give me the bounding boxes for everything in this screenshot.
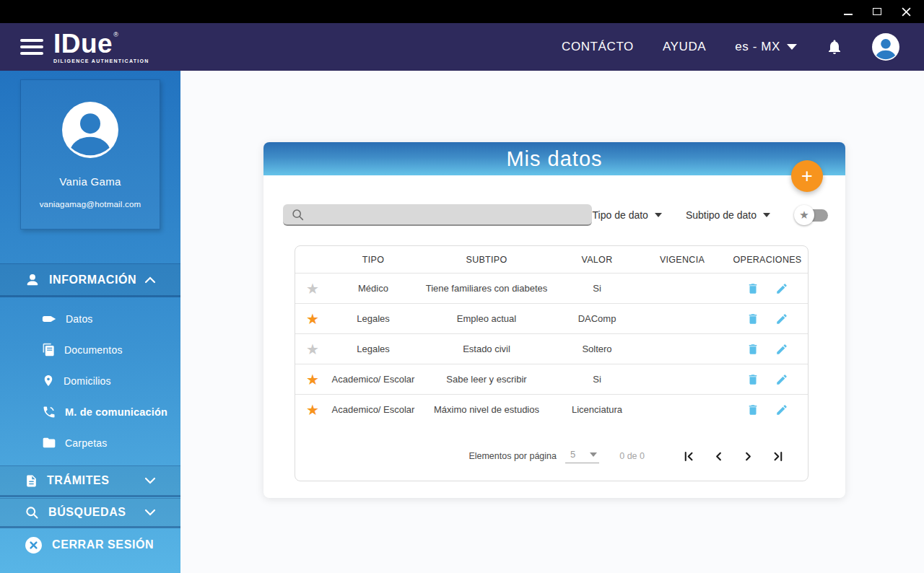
- sidebar-item-carpetas[interactable]: Carpetas: [0, 427, 180, 458]
- map-pin-icon: [42, 373, 55, 388]
- maximize-button[interactable]: [872, 6, 882, 17]
- delete-button[interactable]: [746, 403, 759, 416]
- table-row: ★ Legales Estado civil Soltero: [295, 333, 808, 364]
- profile-name: Vania Gama: [21, 175, 160, 188]
- favorite-star-icon[interactable]: ★: [295, 281, 330, 296]
- search-icon: [25, 505, 40, 520]
- favorite-star-icon[interactable]: ★: [295, 342, 330, 357]
- pencil-icon: [775, 343, 788, 356]
- cell-valor: Licenciatura: [557, 404, 637, 415]
- profile-email: vaniagamag@hotmail.com: [21, 200, 160, 209]
- sidebar-item-documentos[interactable]: Documentos: [0, 334, 180, 365]
- nav-contacto[interactable]: CONTÁCTO: [562, 40, 634, 54]
- menu-button[interactable]: [20, 39, 45, 55]
- sidebar-item-m-de-comunicacion[interactable]: M. de comunicación: [0, 396, 180, 427]
- chevron-left-icon: [712, 450, 725, 463]
- trash-icon: [746, 403, 759, 416]
- sidebar-informacion-items: Datos Documentos Domicilios M. de comuni…: [0, 303, 180, 458]
- cell-subtipo: Tiene familiares con diabetes: [417, 283, 557, 294]
- main-content: Mis datos + Tipo de dato Subtipo de dato: [180, 71, 924, 573]
- last-page-icon: [771, 450, 785, 463]
- chevron-down-icon: [144, 477, 156, 484]
- favorite-star-icon[interactable]: ★: [295, 372, 330, 387]
- next-page-button[interactable]: [741, 450, 755, 463]
- close-button[interactable]: [901, 6, 911, 17]
- pencil-icon: [775, 403, 788, 416]
- trash-icon: [746, 282, 759, 295]
- edit-button[interactable]: [775, 403, 788, 416]
- last-page-button[interactable]: [771, 450, 785, 463]
- mis-datos-card: Mis datos + Tipo de dato Subtipo de dato: [263, 142, 845, 498]
- search-input[interactable]: [283, 204, 592, 226]
- chevron-up-icon: [144, 276, 156, 284]
- sidebar-section-tramites[interactable]: TRÁMITES: [0, 465, 180, 497]
- page-size-select[interactable]: 5: [565, 449, 599, 463]
- logout-button[interactable]: CERRAR SESIÓN: [0, 530, 180, 560]
- trash-icon: [746, 343, 759, 356]
- table-row: ★ Academico/ Escolar Sabe leer y escribi…: [295, 364, 808, 394]
- sidebar-item-label: Carpetas: [65, 437, 107, 449]
- cell-valor: Si: [557, 283, 637, 294]
- edit-button[interactable]: [775, 282, 788, 295]
- table-row: ★ Médico Tiene familiares con diabetes S…: [295, 273, 808, 303]
- sidebar-item-label: Domicilios: [64, 375, 111, 387]
- chevron-down-icon: [590, 452, 597, 457]
- tipo-de-dato-dropdown[interactable]: Tipo de dato: [593, 209, 662, 221]
- table-row: ★ Academico/ Escolar Máximo nivel de est…: [295, 394, 808, 424]
- sidebar-item-datos[interactable]: Datos: [0, 303, 180, 334]
- cell-tipo: Academico/ Escolar: [330, 404, 417, 415]
- delete-button[interactable]: [746, 282, 759, 295]
- sidebar-item-label: M. de comunicación: [65, 406, 167, 418]
- page-title: Mis datos: [506, 147, 602, 171]
- chevron-down-icon: [144, 509, 156, 516]
- app-logo: IDue ® DILIGENCE AUTHENTICATION: [53, 30, 149, 64]
- previous-page-button[interactable]: [712, 450, 725, 463]
- section-label: BÚSQUEDAS: [48, 506, 126, 519]
- column-valor: VALOR: [557, 255, 637, 265]
- profile-card: Vania Gama vaniagamag@hotmail.com: [20, 79, 160, 229]
- close-circle-icon: [25, 536, 43, 554]
- edit-button[interactable]: [775, 343, 788, 356]
- first-page-button[interactable]: [682, 450, 696, 463]
- notifications-bell-icon[interactable]: [826, 38, 843, 56]
- data-table: TIPO SUBTIPO VALOR VIGENCIA OPERACIONES …: [295, 245, 808, 481]
- locale-selector[interactable]: es - MX: [735, 40, 797, 54]
- minimize-icon: [844, 14, 853, 15]
- favorites-filter-toggle[interactable]: ★: [794, 205, 828, 225]
- delete-button[interactable]: [746, 343, 759, 356]
- document-icon: [25, 473, 38, 489]
- pencil-icon: [775, 373, 788, 386]
- section-label: INFORMACIÓN: [49, 274, 136, 286]
- sidebar-section-informacion[interactable]: INFORMACIÓN: [0, 263, 180, 297]
- edit-button[interactable]: [775, 373, 788, 386]
- column-subtipo: SUBTIPO: [417, 255, 557, 265]
- items-per-page-label: Elementos por página: [468, 451, 557, 461]
- window-titlebar: [0, 0, 924, 23]
- edit-button[interactable]: [775, 312, 788, 325]
- favorite-star-icon[interactable]: ★: [295, 312, 330, 326]
- user-avatar[interactable]: [872, 33, 899, 61]
- sidebar-item-domicilios[interactable]: Domicilios: [0, 365, 180, 396]
- favorite-star-icon[interactable]: ★: [295, 403, 330, 417]
- subtipo-de-dato-dropdown[interactable]: Subtipo de dato: [686, 209, 770, 221]
- brand-name: IDue: [53, 30, 113, 57]
- column-operaciones: OPERACIONES: [727, 255, 808, 265]
- cell-tipo: Academico/ Escolar: [330, 374, 417, 385]
- logout-label: CERRAR SESIÓN: [52, 538, 154, 551]
- table-header-row: TIPO SUBTIPO VALOR VIGENCIA OPERACIONES: [295, 246, 808, 273]
- delete-button[interactable]: [746, 312, 759, 325]
- nav-ayuda[interactable]: AYUDA: [663, 40, 706, 54]
- app-header: IDue ® DILIGENCE AUTHENTICATION CONTÁCTO…: [0, 23, 924, 71]
- locale-value: es - MX: [735, 40, 780, 54]
- chevron-down-icon: [787, 44, 797, 50]
- add-data-button[interactable]: +: [791, 160, 823, 192]
- delete-button[interactable]: [746, 373, 759, 386]
- sidebar-section-busquedas[interactable]: BÚSQUEDAS: [0, 498, 180, 528]
- cell-tipo: Legales: [330, 313, 417, 324]
- chevron-down-icon: [763, 213, 770, 217]
- chevron-right-icon: [741, 450, 755, 463]
- registered-mark: ®: [113, 32, 118, 38]
- minimize-button[interactable]: [843, 6, 853, 17]
- pencil-icon: [775, 282, 788, 295]
- sidebar-item-label: Documentos: [64, 344, 123, 356]
